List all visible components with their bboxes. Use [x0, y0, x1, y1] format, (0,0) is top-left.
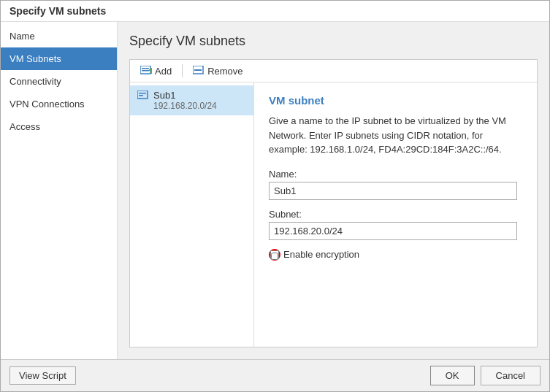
footer-left: View Script: [9, 366, 76, 385]
dialog-title: Specify VM subnets: [1, 1, 549, 22]
sidebar-item-vpn-connections[interactable]: VPN Connections: [1, 93, 117, 115]
svg-rect-6: [194, 69, 202, 71]
sidebar-item-access[interactable]: Access: [1, 115, 117, 138]
subnet-item[interactable]: Sub1 192.168.20.0/24: [130, 85, 253, 115]
svg-rect-1: [142, 68, 149, 69]
sidebar: Name VM Subnets Connectivity VPN Connect…: [1, 22, 118, 359]
svg-rect-8: [139, 93, 146, 94]
subnet-item-ip: 192.168.20.0/24: [153, 101, 217, 111]
encryption-checkbox-input[interactable]: [271, 253, 278, 260]
name-form-group: Name:: [269, 169, 522, 200]
svg-rect-2: [142, 70, 149, 72]
footer-right: OK Cancel: [430, 366, 541, 385]
view-script-button[interactable]: View Script: [9, 366, 76, 385]
remove-icon: [193, 65, 205, 77]
content-panel: Add Remove: [129, 59, 538, 347]
cancel-button[interactable]: Cancel: [481, 366, 541, 385]
subnet-item-text: Sub1 192.168.20.0/24: [153, 90, 217, 111]
toolbar: Add Remove: [130, 60, 537, 82]
encryption-checkbox-highlight: [269, 249, 280, 261]
remove-button[interactable]: Remove: [187, 63, 248, 79]
svg-rect-9: [139, 95, 143, 96]
encryption-row: Enable encryption: [269, 249, 522, 261]
subnet-item-name: Sub1: [153, 90, 217, 101]
subnet-form-group: Subnet:: [269, 209, 522, 240]
svg-rect-7: [137, 91, 148, 99]
detail-panel: VM subnet Give a name to the IP subnet t…: [254, 82, 537, 347]
detail-section-title: VM subnet: [269, 94, 522, 107]
subnet-label: Subnet:: [269, 209, 522, 220]
add-label: Add: [155, 66, 172, 77]
dialog-body: Name VM Subnets Connectivity VPN Connect…: [1, 22, 549, 359]
remove-label: Remove: [207, 66, 242, 77]
add-button[interactable]: Add: [134, 63, 177, 79]
detail-description: Give a name to the IP subnet to be virtu…: [269, 114, 522, 157]
name-input[interactable]: [269, 182, 517, 200]
main-content: Specify VM subnets: [118, 22, 549, 359]
sidebar-item-name[interactable]: Name: [1, 25, 117, 47]
sidebar-item-connectivity[interactable]: Connectivity: [1, 70, 117, 93]
sidebar-item-vm-subnets[interactable]: VM Subnets: [1, 47, 117, 70]
name-label: Name:: [269, 169, 522, 180]
split-view: Sub1 192.168.20.0/24 VM subnet Give a na…: [130, 82, 537, 347]
toolbar-separator: [182, 64, 183, 77]
add-icon: [140, 65, 152, 77]
svg-rect-4: [149, 69, 152, 71]
subnet-input[interactable]: [269, 222, 517, 240]
ok-button[interactable]: OK: [430, 366, 475, 385]
encryption-checkbox-inner: [270, 250, 279, 259]
subnet-icon: [137, 91, 149, 104]
subnet-list: Sub1 192.168.20.0/24: [130, 82, 254, 347]
dialog-footer: View Script OK Cancel: [1, 359, 549, 391]
svg-rect-0: [140, 66, 150, 74]
page-title: Specify VM subnets: [129, 34, 538, 49]
encryption-label: Enable encryption: [283, 249, 359, 260]
dialog: Specify VM subnets Name VM Subnets Conne…: [0, 0, 550, 392]
